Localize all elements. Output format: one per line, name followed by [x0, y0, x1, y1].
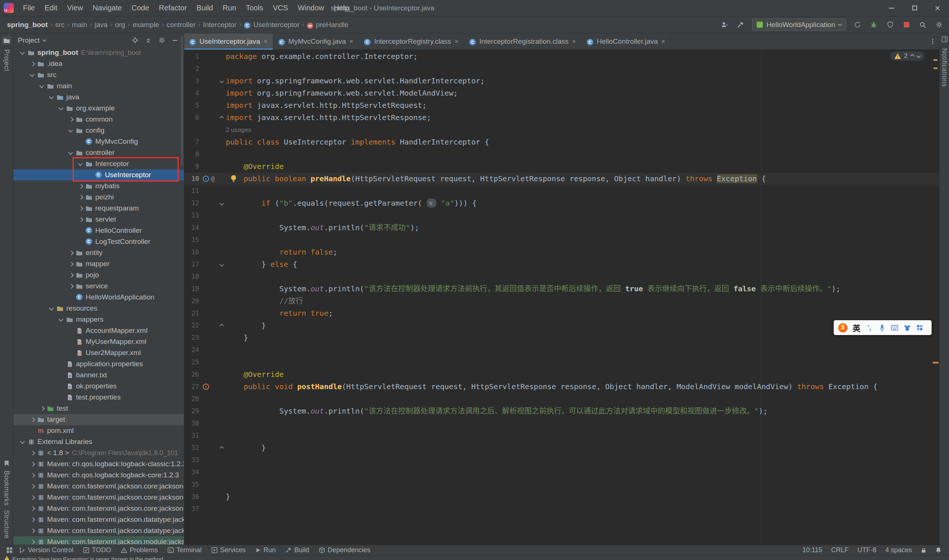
fold-marker[interactable]	[218, 442, 226, 454]
code-line-9[interactable]: 9 @Override	[184, 160, 939, 173]
line-number[interactable]: 8	[184, 148, 199, 160]
menu-vcs[interactable]: VCS	[268, 0, 293, 16]
line-number[interactable]: 11	[184, 185, 199, 197]
tab-mymvcconfig-java[interactable]: CMyMvcConfig.java×	[273, 33, 359, 49]
tree-item-maven-com-fasterxml-jackson-core-jackson[interactable]: Maven: com.fasterxml.jackson.core:jackso…	[13, 481, 184, 492]
scrollbar-warning-mark[interactable]	[934, 59, 938, 61]
code-line-32[interactable]: 32 }	[184, 442, 939, 454]
line-number[interactable]: 14	[184, 222, 199, 234]
rerun-icon[interactable]	[853, 20, 862, 30]
tab-interceptorregistry-class[interactable]: CInterceptorRegistry.class×	[359, 33, 464, 49]
tree-item-java[interactable]: java	[13, 92, 184, 103]
next-warning-icon[interactable]	[917, 54, 920, 58]
code-line-24[interactable]: 24	[184, 344, 939, 356]
tree-item-maven-com-fasterxml-jackson-datatype-jack[interactable]: Maven: com.fasterxml.jackson.datatype:ja…	[13, 514, 184, 525]
code-line-10[interactable]: 10↑@ public boolean preHandle(HttpServle…	[184, 173, 939, 185]
overrides-method-icon[interactable]: ↑	[203, 176, 209, 182]
line-number[interactable]: 34	[184, 466, 199, 478]
menu-code[interactable]: Code	[127, 0, 154, 16]
search-icon[interactable]	[918, 20, 927, 30]
code-line-30[interactable]: 30	[184, 417, 939, 429]
code-line-20[interactable]: 20 //放行	[184, 295, 939, 307]
toolbox-icon[interactable]	[916, 324, 923, 331]
build-hammer-icon[interactable]	[736, 20, 746, 30]
menu-tools[interactable]: Tools	[241, 0, 268, 16]
code-line-23[interactable]: 23 }	[184, 332, 939, 344]
tree-item-test-properties[interactable]: test.properties	[13, 392, 184, 403]
code-line-19[interactable]: 19 System.out.println("该方法在控制器处理请求方法前执行，…	[184, 283, 939, 295]
crumb-java[interactable]: java	[93, 21, 109, 29]
line-number[interactable]: 4	[184, 87, 199, 99]
code-line-26[interactable]: 26 @Override	[184, 368, 939, 381]
line-number[interactable]: 27	[184, 381, 199, 393]
line-number[interactable]: 13	[184, 209, 199, 222]
inline-usages-row[interactable]: 2 usages	[184, 124, 939, 136]
line-number[interactable]: 37	[184, 503, 199, 515]
menu-navigate[interactable]: Navigate	[88, 0, 127, 16]
menu-build[interactable]: Build	[192, 0, 218, 16]
crumb-main[interactable]: main	[70, 21, 89, 29]
readonly-lock-icon[interactable]	[921, 548, 926, 553]
line-number[interactable]: 5	[184, 99, 199, 112]
tree-item-external-libraries[interactable]: External Libraries	[13, 436, 184, 447]
tree-item-maven-com-fasterxml-jackson-module-jacks[interactable]: Maven: com.fasterxml.jackson.module:jack…	[13, 536, 184, 545]
code-line-4[interactable]: 4import org.springframework.web.servlet.…	[184, 87, 939, 99]
tree-chevron-icon[interactable]	[28, 469, 36, 481]
crumb-prehandle[interactable]: mpreHandle	[305, 21, 350, 29]
panel-settings-gear-icon[interactable]	[157, 36, 166, 45]
menu-file[interactable]: File	[18, 0, 40, 16]
menu-window[interactable]: Window	[293, 0, 329, 16]
line-number[interactable]: 25	[184, 356, 199, 368]
crumb-useinterceptor[interactable]: CUseInterceptor	[242, 21, 301, 29]
tree-chevron-icon[interactable]	[18, 47, 27, 58]
tab-close-icon[interactable]: ×	[454, 38, 458, 45]
code-line-8[interactable]: 8	[184, 148, 939, 160]
tree-item-banner-txt[interactable]: banner.txt	[13, 369, 184, 381]
tree-chevron-icon[interactable]	[76, 214, 85, 225]
tree-chevron-icon[interactable]	[28, 458, 36, 469]
tab-close-icon[interactable]: ×	[661, 38, 665, 45]
tree-item-ok-properties[interactable]: ok.properties	[13, 381, 184, 392]
line-number[interactable]: 20	[184, 295, 199, 307]
keyboard-icon[interactable]	[891, 324, 898, 331]
tree-item-resources[interactable]: resources	[13, 303, 184, 314]
tab-close-icon[interactable]: ×	[349, 38, 353, 45]
tree-item-maven-com-fasterxml-jackson-datatype-jack[interactable]: Maven: com.fasterxml.jackson.datatype:ja…	[13, 525, 184, 536]
collapse-all-icon[interactable]	[144, 36, 153, 45]
tree-item-org-example[interactable]: org.example	[13, 103, 184, 114]
tree-chevron-icon[interactable]	[57, 103, 65, 114]
status-dependencies[interactable]: Dependencies	[314, 546, 375, 554]
line-number[interactable]: 24	[184, 344, 199, 356]
tree-chevron-icon[interactable]	[76, 192, 85, 203]
tree-chevron-icon[interactable]	[67, 147, 75, 158]
tree-item-mappers[interactable]: mappers	[13, 314, 184, 325]
code-line-11[interactable]: 11	[184, 185, 939, 197]
status-build[interactable]: Build	[281, 546, 314, 554]
intention-bulb-icon[interactable]	[230, 175, 237, 183]
menu-run[interactable]: Run	[218, 0, 241, 16]
ime-punctuation-icon[interactable]: ’,	[866, 324, 873, 331]
run-config-selector[interactable]: HelloWorldApplication	[752, 18, 846, 31]
tree-item-logtestcontroller[interactable]: CLogTestController	[13, 236, 184, 247]
status-10-115[interactable]: 10:115	[802, 546, 822, 554]
tree-item-myusermapper-xml[interactable]: MyUserMapper.xml	[13, 336, 184, 347]
line-number[interactable]: 22	[184, 320, 199, 332]
status-utf-8[interactable]: UTF-8	[857, 546, 876, 554]
skin-icon[interactable]	[903, 324, 911, 331]
line-number[interactable]: 7	[184, 136, 199, 148]
tree-item-user2mapper-xml[interactable]: User2Mapper.xml	[13, 347, 184, 358]
tree-item-servlet[interactable]: servlet	[13, 214, 184, 225]
status-terminal[interactable]: Terminal	[163, 546, 206, 554]
usages-hint[interactable]: 2 usages	[226, 124, 251, 136]
tree-item-config[interactable]: config	[13, 125, 184, 136]
fold-marker[interactable]	[218, 320, 226, 332]
line-number[interactable]: 17	[184, 258, 199, 271]
code-line-1[interactable]: 1package org.example.controller.Intercep…	[184, 51, 939, 63]
tree-chevron-icon[interactable]	[76, 158, 85, 169]
tree-item-accountmapper-xml[interactable]: AccountMapper.xml	[13, 325, 184, 336]
tree-item-mapper[interactable]: mapper	[13, 258, 184, 269]
line-number[interactable]: 28	[184, 393, 199, 405]
line-number[interactable]: 18	[184, 271, 199, 283]
tree-item-pojo[interactable]: pojo	[13, 269, 184, 280]
tree-item-maven-com-fasterxml-jackson-core-jackson[interactable]: Maven: com.fasterxml.jackson.core:jackso…	[13, 492, 184, 503]
